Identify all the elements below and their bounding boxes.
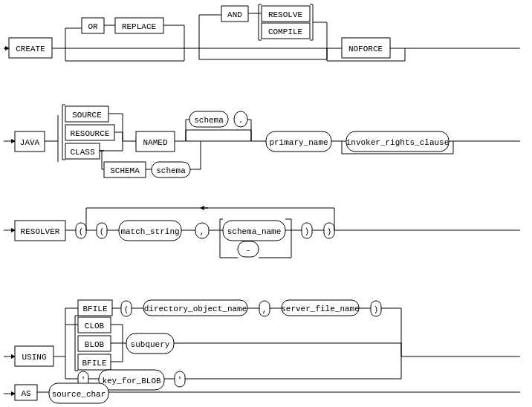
clob-label: CLOB <box>85 322 105 331</box>
bfile-close-label: ) <box>374 305 379 314</box>
or-label: OR <box>88 22 98 31</box>
key-for-blob-label: key_for_BLOB <box>102 377 161 385</box>
comma-label: , <box>200 227 205 236</box>
bfile2-label: BFILE <box>82 359 106 368</box>
blob-node: BLOB <box>78 336 111 351</box>
bfile-close-paren: ) <box>371 301 381 316</box>
schema-label: schema <box>194 116 224 125</box>
subquery-label: subquery <box>131 340 170 349</box>
blob-label: BLOB <box>85 340 105 349</box>
or-node: OR <box>82 18 104 33</box>
bfile-paren-label: ( <box>124 305 129 314</box>
and-label: AND <box>227 10 242 19</box>
close-paren1-label: ) <box>305 227 310 236</box>
bfile-comma-label: , <box>262 305 267 314</box>
bfile1-node: BFILE <box>78 300 112 316</box>
bfile2-node: BFILE <box>78 354 111 370</box>
paren2-label: ( <box>100 227 105 236</box>
resource-node: RESOURCE <box>65 125 114 140</box>
replace-label: REPLACE <box>122 22 157 31</box>
invoker-rights-node: invoker_rights_clause <box>346 131 450 152</box>
resolve-label: RESOLVE <box>268 10 303 19</box>
create-node: CREATE <box>9 38 52 58</box>
primary-name-node: primary_name <box>266 131 331 152</box>
open-paren2: ( <box>97 223 107 238</box>
clob-node: CLOB <box>78 317 111 333</box>
match-string-label: match_string <box>120 227 179 236</box>
using-node: USING <box>15 346 53 366</box>
minus-label: - <box>246 246 251 255</box>
dot-label: . <box>239 116 244 125</box>
open-paren1: ( <box>76 223 86 238</box>
replace-node: REPLACE <box>115 18 163 33</box>
dir-obj-name-label: directory_object_name <box>144 305 247 313</box>
as-node: AS <box>15 385 37 400</box>
class-node: CLASS <box>65 143 100 159</box>
schema2-label: SCHEMA <box>110 166 140 175</box>
subquery-node: subquery <box>126 333 174 354</box>
schema-node: schema <box>189 111 228 127</box>
named-label: NAMED <box>143 138 167 147</box>
schema-name-node: schema_name <box>223 221 285 241</box>
close-paren2: ) <box>324 223 334 238</box>
server-file-name-node: server_file_name <box>281 300 360 316</box>
bfile-open-paren: ( <box>121 301 132 316</box>
named-node: NAMED <box>136 131 175 152</box>
syntax-diagram: CREATE OR REPLACE AND RESOLVE <box>0 0 532 407</box>
as-label: AS <box>21 389 31 398</box>
class-label: CLASS <box>70 148 94 157</box>
compile-label: COMPILE <box>268 27 303 36</box>
dot-node: . <box>234 111 247 127</box>
close-paren1: ) <box>302 223 312 238</box>
source-label: SOURCE <box>72 111 102 120</box>
source-node: SOURCE <box>65 106 108 122</box>
resolve-node: RESOLVE <box>262 6 310 22</box>
noforce-label: NOFORCE <box>348 45 383 53</box>
resource-label: RESOURCE <box>71 129 110 138</box>
quote-close: ' <box>175 371 185 387</box>
java-label: JAVA <box>20 138 40 147</box>
invoker-rights-label: invoker_rights_clause <box>346 138 450 147</box>
using-label: USING <box>22 353 46 362</box>
and-node: AND <box>221 6 248 22</box>
comma-node: , <box>195 223 209 238</box>
resolver-node: RESOLVER <box>15 221 65 241</box>
noforce-node: NOFORCE <box>342 38 390 58</box>
source-char-node: source_char <box>49 383 108 403</box>
minus-node: - <box>238 241 259 257</box>
java-node: JAVA <box>15 131 45 152</box>
primary-name-label: primary_name <box>269 138 328 147</box>
schema3-label: schema <box>156 166 186 175</box>
key-for-blob-node: key_for_BLOB <box>99 370 164 390</box>
close-paren2-label: ) <box>327 227 332 236</box>
source-char-label: source_char <box>52 390 106 399</box>
server-file-name-label: server_file_name <box>281 305 360 313</box>
schema-name-label: schema_name <box>227 227 282 236</box>
paren1-label: ( <box>79 227 84 236</box>
compile-node: COMPILE <box>262 23 310 39</box>
schema2-node: SCHEMA <box>104 162 146 178</box>
quote-close-label: ' <box>178 376 183 385</box>
match-string-node: match_string <box>119 221 181 241</box>
create-label: CREATE <box>16 45 45 53</box>
schema3-node: schema <box>152 162 190 178</box>
bfile-comma: , <box>259 301 270 316</box>
dir-obj-name-node: directory_object_name <box>143 300 247 316</box>
bfile1-label: BFILE <box>82 305 107 313</box>
resolver-label: RESOLVER <box>21 227 60 236</box>
